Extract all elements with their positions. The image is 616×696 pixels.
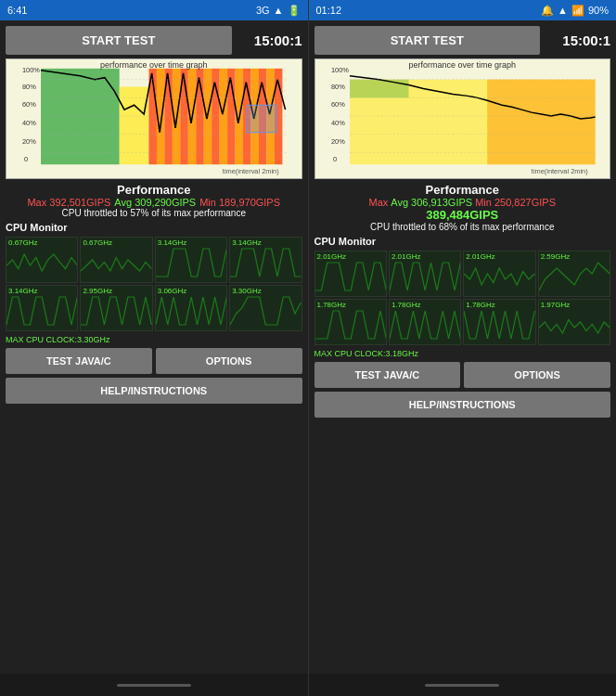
cpu-cell-r0: 2.01GHz: [314, 251, 387, 297]
time-left: 6:41: [7, 5, 27, 16]
svg-text:time(interval 2min): time(interval 2min): [223, 168, 279, 175]
svg-text:40%: 40%: [330, 120, 344, 127]
perf-max-label-right: Max: [369, 197, 389, 208]
bottom-buttons-right: TEST JAVA/C OPTIONS: [314, 362, 611, 388]
cpu-cell-r3: 2.59GHz: [538, 251, 610, 297]
cpu-cell-5: 2.95GHz: [80, 285, 152, 331]
performance-graph-right: performance over time graph 100% 80% 60%…: [314, 58, 611, 179]
bottom-buttons-left: TEST JAVA/C OPTIONS: [6, 348, 302, 374]
perf-stats-left: Max 392,501GIPS Avg 309,290GIPS Min 189,…: [6, 197, 302, 208]
cpu-cell-r7: 1.97GHz: [538, 299, 610, 345]
svg-rect-18: [220, 69, 227, 164]
cpu-freq-r3: 2.59GHz: [541, 252, 571, 261]
cpu-freq-r2: 2.01GHz: [466, 252, 495, 261]
svg-text:0: 0: [24, 156, 28, 163]
test-java-button-left[interactable]: TEST JAVA/C: [6, 348, 152, 374]
svg-rect-26: [247, 105, 276, 133]
svg-text:0: 0: [333, 156, 337, 163]
content-left: START TEST 15:00:1 performance over time…: [0, 20, 308, 674]
cpu-freq-3: 3.14GHz: [232, 238, 262, 247]
svg-text:40%: 40%: [22, 120, 36, 127]
svg-text:80%: 80%: [330, 84, 344, 91]
svg-text:60%: 60%: [330, 101, 344, 109]
svg-text:60%: 60%: [22, 101, 36, 109]
perf-min-right: Min 250,827GIPS: [475, 197, 556, 208]
cpu-cell-r2: 2.01GHz: [463, 251, 535, 297]
cpu-freq-r1: 2.01GHz: [391, 252, 421, 261]
help-button-left[interactable]: HELP/INSTRUCTIONS: [6, 378, 302, 404]
battery-icon: 🔋: [288, 5, 301, 17]
cpu-freq-r6: 1.78GHz: [466, 301, 495, 309]
cpu-freq-5: 2.95GHz: [83, 287, 112, 295]
cpu-cell-r4: 1.78GHz: [314, 299, 387, 345]
cpu-cell-0: 0.67GHz: [6, 237, 78, 283]
cpu-freq-1: 0.67GHz: [83, 238, 112, 247]
data-icon: 📶: [571, 5, 584, 17]
perf-stats-right: Max Avg 306,913GIPS Min 250,827GIPS: [314, 197, 611, 208]
cpu-freq-r0: 2.01GHz: [317, 252, 347, 261]
perf-label-left: Performance: [6, 183, 302, 197]
cpu-freq-0: 0.67GHz: [8, 238, 38, 247]
cpu-cell-1: 0.67GHz: [80, 237, 152, 283]
cpu-grid-left: 0.67GHz 0.67GHz 3.14GHz 3.14GHz: [6, 237, 302, 331]
cpu-freq-r5: 1.78GHz: [391, 301, 421, 309]
svg-text:20%: 20%: [330, 138, 344, 146]
svg-rect-40: [487, 80, 595, 165]
status-bar-right: 01:12 🔔 ▲ 📶 90%: [309, 0, 617, 20]
options-button-left[interactable]: OPTIONS: [156, 348, 302, 374]
svg-text:100%: 100%: [22, 67, 41, 74]
svg-rect-17: [212, 69, 219, 164]
svg-text:20%: 20%: [22, 138, 36, 146]
perf-min-left: Min 189,970GIPS: [199, 197, 280, 208]
cpu-cell-r1: 2.01GHz: [389, 251, 461, 297]
top-bar-left: START TEST 15:00:1: [6, 26, 302, 55]
start-test-button-left[interactable]: START TEST: [6, 26, 232, 55]
status-icons-right: 🔔 ▲ 📶 90%: [541, 5, 609, 17]
throttle-text-left: CPU throttled to 57% of its max performa…: [6, 208, 302, 218]
cpu-monitor-label-left: CPU Monitor: [6, 222, 302, 233]
time-right: 01:12: [316, 5, 342, 16]
graph-svg-left: 100% 80% 60% 40% 20% 0 time(interval 2mi…: [6, 59, 302, 178]
graph-svg-right: 100% 80% 60% 40% 20% 0 time(interval 2mi…: [315, 59, 610, 178]
content-right: START TEST 15:00:1 performance over time…: [309, 20, 617, 674]
perf-max-value-right: 389,484GIPS: [314, 208, 611, 222]
cpu-cell-r6: 1.78GHz: [463, 299, 535, 345]
svg-text:100%: 100%: [330, 67, 349, 74]
start-test-button-right[interactable]: START TEST: [314, 26, 541, 55]
help-button-right[interactable]: HELP/INSTRUCTIONS: [314, 392, 611, 418]
cpu-freq-2: 3.14GHz: [158, 238, 187, 247]
perf-section-right: Performance Max Avg 306,913GIPS Min 250,…: [314, 183, 611, 232]
nav-indicator-left: [117, 684, 191, 687]
cpu-freq-6: 3.06GHz: [158, 287, 187, 295]
test-java-button-right[interactable]: TEST JAVA/C: [314, 362, 461, 388]
cpu-freq-r7: 1.97GHz: [541, 301, 571, 309]
cpu-cell-4: 3.14GHz: [6, 285, 78, 331]
status-bar-left: 6:41 3G ▲ 🔋: [0, 0, 308, 20]
cpu-cell-3: 3.14GHz: [229, 237, 302, 283]
network-icon: 3G: [256, 5, 270, 16]
svg-text:80%: 80%: [22, 84, 36, 91]
nav-indicator-right: [425, 684, 499, 687]
perf-max-left: Max 392,501GIPS: [27, 197, 110, 208]
graph-title-left: performance over time graph: [100, 60, 208, 70]
svg-text:time(interval 2min): time(interval 2min): [531, 168, 587, 175]
timer-left: 15:00:1: [237, 32, 302, 48]
nav-bar-left: [0, 674, 308, 696]
performance-graph-left: performance over time graph 100% 80% 60%…: [6, 58, 302, 179]
cpu-freq-4: 3.14GHz: [8, 287, 38, 295]
cpu-cell-7: 3.30GHz: [229, 285, 302, 331]
notification-icon: 🔔: [541, 5, 554, 17]
cpu-cell-6: 3.06GHz: [155, 285, 227, 331]
timer-right: 15:00:1: [545, 32, 610, 48]
perf-avg-right: Avg 306,913GIPS: [391, 197, 472, 208]
perf-label-right: Performance: [314, 183, 611, 197]
nav-bar-right: [309, 674, 617, 696]
throttle-text-right: CPU throttled to 68% of its max performa…: [314, 222, 611, 232]
cpu-monitor-label-right: CPU Monitor: [314, 236, 611, 247]
max-cpu-label-right: MAX CPU CLOCK:3.18GHz: [314, 349, 611, 358]
cpu-cell-2: 3.14GHz: [155, 237, 227, 283]
options-button-right[interactable]: OPTIONS: [464, 362, 610, 388]
wifi-icon-right: ▲: [558, 5, 568, 16]
left-phone: 6:41 3G ▲ 🔋 START TEST 15:00:1 performan…: [0, 0, 309, 696]
cpu-freq-r4: 1.78GHz: [317, 301, 347, 309]
